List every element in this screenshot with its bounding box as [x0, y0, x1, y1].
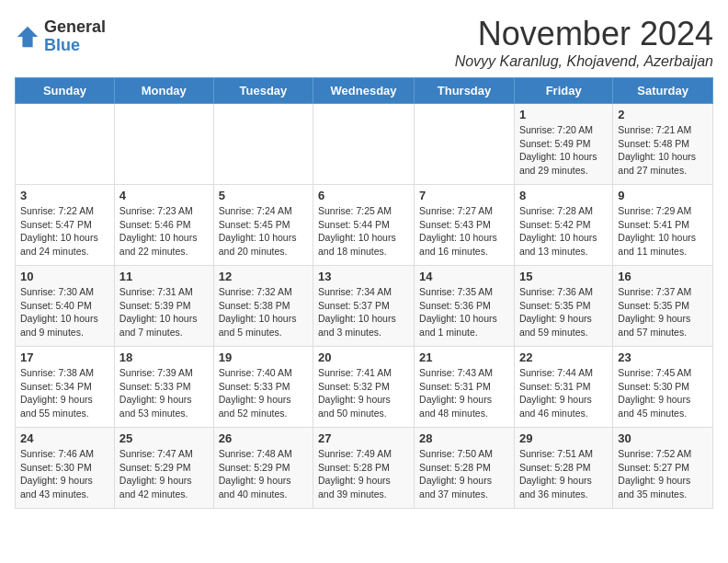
day-number: 27 [318, 431, 409, 445]
calendar-week-5: 24Sunrise: 7:46 AMSunset: 5:30 PMDayligh… [16, 428, 713, 509]
weekday-row: SundayMondayTuesdayWednesdayThursdayFrid… [16, 78, 713, 104]
calendar-cell [114, 104, 213, 185]
calendar-cell: 5Sunrise: 7:24 AMSunset: 5:45 PMDaylight… [213, 185, 313, 266]
day-number: 22 [519, 350, 608, 364]
day-info: Sunrise: 7:31 AMSunset: 5:39 PMDaylight:… [119, 285, 209, 339]
calendar-body: 1Sunrise: 7:20 AMSunset: 5:49 PMDaylight… [16, 104, 713, 509]
calendar-cell: 13Sunrise: 7:34 AMSunset: 5:37 PMDayligh… [313, 266, 415, 347]
day-info: Sunrise: 7:50 AMSunset: 5:28 PMDaylight:… [419, 447, 509, 501]
day-info: Sunrise: 7:35 AMSunset: 5:36 PMDaylight:… [419, 285, 509, 339]
day-info: Sunrise: 7:29 AMSunset: 5:41 PMDaylight:… [618, 204, 708, 259]
calendar-cell: 9Sunrise: 7:29 AMSunset: 5:41 PMDaylight… [613, 185, 713, 266]
day-number: 23 [618, 350, 708, 364]
day-info: Sunrise: 7:36 AMSunset: 5:35 PMDaylight:… [519, 285, 608, 339]
day-number: 11 [119, 270, 209, 283]
day-number: 17 [20, 350, 109, 364]
calendar-cell: 3Sunrise: 7:22 AMSunset: 5:47 PMDaylight… [16, 185, 115, 266]
header: General Blue November 2024 Novyy Karanlu… [15, 15, 713, 70]
calendar-cell: 12Sunrise: 7:32 AMSunset: 5:38 PMDayligh… [213, 266, 313, 347]
calendar-week-4: 17Sunrise: 7:38 AMSunset: 5:34 PMDayligh… [16, 347, 713, 428]
day-number: 2 [618, 108, 708, 121]
calendar-cell: 24Sunrise: 7:46 AMSunset: 5:30 PMDayligh… [16, 428, 115, 509]
day-info: Sunrise: 7:51 AMSunset: 5:28 PMDaylight:… [519, 447, 608, 501]
day-info: Sunrise: 7:49 AMSunset: 5:28 PMDaylight:… [318, 447, 409, 501]
day-number: 15 [519, 270, 608, 283]
day-number: 4 [119, 189, 209, 202]
calendar-cell: 22Sunrise: 7:44 AMSunset: 5:31 PMDayligh… [514, 347, 612, 428]
day-number: 13 [318, 270, 409, 283]
day-number: 5 [219, 189, 308, 202]
logo-text: General Blue [44, 18, 106, 55]
calendar-cell: 21Sunrise: 7:43 AMSunset: 5:31 PMDayligh… [415, 347, 515, 428]
calendar-cell: 25Sunrise: 7:47 AMSunset: 5:29 PMDayligh… [114, 428, 213, 509]
day-info: Sunrise: 7:46 AMSunset: 5:30 PMDaylight:… [20, 447, 109, 501]
calendar-cell: 11Sunrise: 7:31 AMSunset: 5:39 PMDayligh… [114, 266, 213, 347]
day-info: Sunrise: 7:47 AMSunset: 5:29 PMDaylight:… [119, 447, 209, 501]
calendar-cell: 20Sunrise: 7:41 AMSunset: 5:32 PMDayligh… [313, 347, 415, 428]
day-number: 16 [618, 270, 708, 283]
calendar-cell: 27Sunrise: 7:49 AMSunset: 5:28 PMDayligh… [313, 428, 415, 509]
day-number: 1 [519, 108, 608, 121]
day-info: Sunrise: 7:32 AMSunset: 5:38 PMDaylight:… [219, 285, 308, 339]
day-number: 19 [219, 350, 308, 364]
logo-general: General [44, 18, 106, 37]
weekday-header-wednesday: Wednesday [313, 78, 415, 104]
calendar-cell: 8Sunrise: 7:28 AMSunset: 5:42 PMDaylight… [514, 185, 612, 266]
weekday-header-thursday: Thursday [415, 78, 515, 104]
calendar-cell: 16Sunrise: 7:37 AMSunset: 5:35 PMDayligh… [613, 266, 713, 347]
calendar-cell: 2Sunrise: 7:21 AMSunset: 5:48 PMDaylight… [613, 104, 713, 185]
day-number: 26 [219, 431, 308, 445]
day-info: Sunrise: 7:43 AMSunset: 5:31 PMDaylight:… [419, 366, 509, 420]
calendar-cell [16, 104, 115, 185]
weekday-header-sunday: Sunday [16, 78, 115, 104]
logo-blue: Blue [44, 37, 106, 55]
day-number: 29 [519, 431, 608, 445]
day-info: Sunrise: 7:24 AMSunset: 5:45 PMDaylight:… [219, 204, 308, 259]
weekday-header-monday: Monday [114, 78, 213, 104]
weekday-header-friday: Friday [514, 78, 612, 104]
calendar-cell: 4Sunrise: 7:23 AMSunset: 5:46 PMDaylight… [114, 185, 213, 266]
calendar-cell: 28Sunrise: 7:50 AMSunset: 5:28 PMDayligh… [415, 428, 515, 509]
location-title: Novyy Karanlug, Khojavend, Azerbaijan [455, 53, 713, 70]
day-number: 18 [119, 350, 209, 364]
calendar-cell: 30Sunrise: 7:52 AMSunset: 5:27 PMDayligh… [613, 428, 713, 509]
calendar-week-3: 10Sunrise: 7:30 AMSunset: 5:40 PMDayligh… [16, 266, 713, 347]
day-info: Sunrise: 7:34 AMSunset: 5:37 PMDaylight:… [318, 285, 409, 339]
calendar-cell: 19Sunrise: 7:40 AMSunset: 5:33 PMDayligh… [213, 347, 313, 428]
day-number: 8 [519, 189, 608, 202]
calendar-cell: 26Sunrise: 7:48 AMSunset: 5:29 PMDayligh… [213, 428, 313, 509]
day-info: Sunrise: 7:23 AMSunset: 5:46 PMDaylight:… [119, 204, 209, 259]
day-info: Sunrise: 7:37 AMSunset: 5:35 PMDaylight:… [618, 285, 708, 339]
calendar-cell: 23Sunrise: 7:45 AMSunset: 5:30 PMDayligh… [613, 347, 713, 428]
day-info: Sunrise: 7:28 AMSunset: 5:42 PMDaylight:… [519, 204, 608, 259]
calendar-cell: 10Sunrise: 7:30 AMSunset: 5:40 PMDayligh… [16, 266, 115, 347]
day-info: Sunrise: 7:52 AMSunset: 5:27 PMDaylight:… [618, 447, 708, 501]
calendar-cell [213, 104, 313, 185]
calendar-cell: 18Sunrise: 7:39 AMSunset: 5:33 PMDayligh… [114, 347, 213, 428]
day-number: 28 [419, 431, 509, 445]
calendar-cell: 1Sunrise: 7:20 AMSunset: 5:49 PMDaylight… [514, 104, 612, 185]
day-info: Sunrise: 7:45 AMSunset: 5:30 PMDaylight:… [618, 366, 708, 420]
calendar-cell [415, 104, 515, 185]
day-number: 21 [419, 350, 509, 364]
calendar: SundayMondayTuesdayWednesdayThursdayFrid… [15, 77, 713, 509]
calendar-cell: 15Sunrise: 7:36 AMSunset: 5:35 PMDayligh… [514, 266, 612, 347]
day-number: 25 [119, 431, 209, 445]
day-info: Sunrise: 7:38 AMSunset: 5:34 PMDaylight:… [20, 366, 109, 420]
calendar-header: SundayMondayTuesdayWednesdayThursdayFrid… [16, 78, 713, 104]
day-number: 6 [318, 189, 409, 202]
day-number: 14 [419, 270, 509, 283]
calendar-cell: 7Sunrise: 7:27 AMSunset: 5:43 PMDaylight… [415, 185, 515, 266]
calendar-week-2: 3Sunrise: 7:22 AMSunset: 5:47 PMDaylight… [16, 185, 713, 266]
weekday-header-saturday: Saturday [613, 78, 713, 104]
calendar-cell: 29Sunrise: 7:51 AMSunset: 5:28 PMDayligh… [514, 428, 612, 509]
day-info: Sunrise: 7:20 AMSunset: 5:49 PMDaylight:… [519, 123, 608, 178]
weekday-header-tuesday: Tuesday [213, 78, 313, 104]
title-area: November 2024 Novyy Karanlug, Khojavend,… [455, 15, 713, 70]
day-number: 7 [419, 189, 509, 202]
day-number: 3 [20, 189, 109, 202]
day-info: Sunrise: 7:30 AMSunset: 5:40 PMDaylight:… [20, 285, 109, 339]
calendar-cell: 17Sunrise: 7:38 AMSunset: 5:34 PMDayligh… [16, 347, 115, 428]
calendar-cell: 6Sunrise: 7:25 AMSunset: 5:44 PMDaylight… [313, 185, 415, 266]
day-info: Sunrise: 7:40 AMSunset: 5:33 PMDaylight:… [219, 366, 308, 420]
